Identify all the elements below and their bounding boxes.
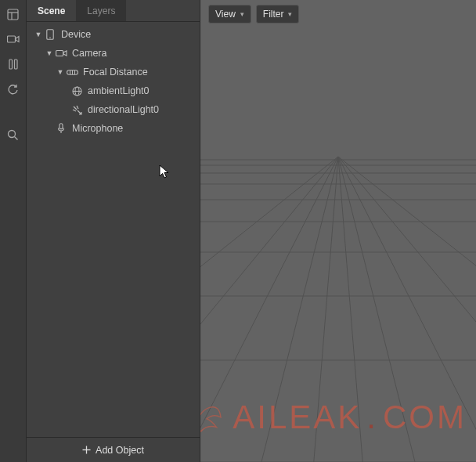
tree-node-microphone[interactable]: Microphone (27, 119, 200, 138)
tree-node-focal[interactable]: ▼ Focal Distance (27, 63, 200, 81)
view-label: View (215, 9, 236, 20)
focal-icon (66, 69, 78, 76)
chevron-down-icon: ▼ (34, 31, 42, 38)
icon-rail (0, 0, 27, 462)
tree-label: directionalLight0 (88, 104, 159, 115)
tree-label: ambientLight0 (88, 85, 150, 96)
tree-node-ambient[interactable]: ambientLight0 (27, 81, 200, 100)
app-root: Scene Layers ▼ Device ▼ Camera ▼ (0, 0, 476, 462)
panel-tabs: Scene Layers (27, 0, 200, 22)
camera-icon[interactable] (7, 33, 20, 45)
svg-rect-25 (200, 0, 476, 462)
refresh-icon[interactable] (7, 83, 20, 96)
filter-label: Filter (263, 9, 284, 20)
chevron-down-icon: ▾ (288, 10, 292, 18)
chevron-down-icon: ▼ (56, 68, 64, 76)
svg-line-19 (77, 106, 78, 109)
grid-floor (200, 0, 476, 462)
filter-dropdown[interactable]: Filter ▾ (256, 5, 300, 23)
tree-label: Microphone (72, 123, 123, 134)
viewport-3d[interactable]: View ▾ Filter ▾ AILEAK . COM (200, 0, 476, 462)
viewport-toolbar: View ▾ Filter ▾ (208, 5, 299, 23)
chevron-down-icon: ▼ (45, 49, 53, 57)
view-dropdown[interactable]: View ▾ (208, 5, 251, 23)
tree-label: Camera (72, 48, 106, 59)
layout-icon[interactable] (7, 8, 20, 20)
camera-icon (55, 49, 67, 57)
svg-line-18 (74, 106, 77, 110)
side-panel: Scene Layers ▼ Device ▼ Camera ▼ (27, 0, 200, 462)
add-object-button[interactable]: Add Object (27, 437, 200, 462)
svg-rect-5 (14, 60, 17, 69)
plus-icon (82, 446, 91, 454)
microphone-icon (55, 123, 67, 134)
pause-icon[interactable] (7, 58, 20, 70)
tab-scene[interactable]: Scene (27, 0, 76, 21)
svg-line-20 (73, 110, 76, 111)
svg-rect-21 (60, 124, 63, 129)
tree-node-device[interactable]: ▼ Device (27, 25, 200, 44)
svg-rect-0 (8, 9, 18, 20)
globe-icon (70, 86, 83, 96)
svg-rect-10 (56, 51, 63, 56)
tree-node-directional[interactable]: directionalLight0 (27, 100, 200, 119)
scene-tree: ▼ Device ▼ Camera ▼ Focal Distance (27, 22, 200, 437)
tree-label: Device (61, 29, 91, 40)
directional-light-icon (70, 105, 83, 115)
svg-point-6 (9, 130, 16, 137)
add-object-label: Add Object (96, 445, 144, 456)
chevron-down-icon: ▾ (240, 10, 244, 18)
phone-icon (44, 29, 56, 40)
search-icon[interactable] (7, 128, 20, 141)
svg-rect-4 (9, 60, 13, 69)
tree-node-camera[interactable]: ▼ Camera (27, 44, 200, 63)
svg-line-7 (15, 136, 18, 139)
tab-layers[interactable]: Layers (76, 0, 126, 21)
svg-rect-3 (7, 36, 15, 42)
svg-point-9 (49, 37, 51, 38)
tree-label: Focal Distance (83, 67, 148, 78)
